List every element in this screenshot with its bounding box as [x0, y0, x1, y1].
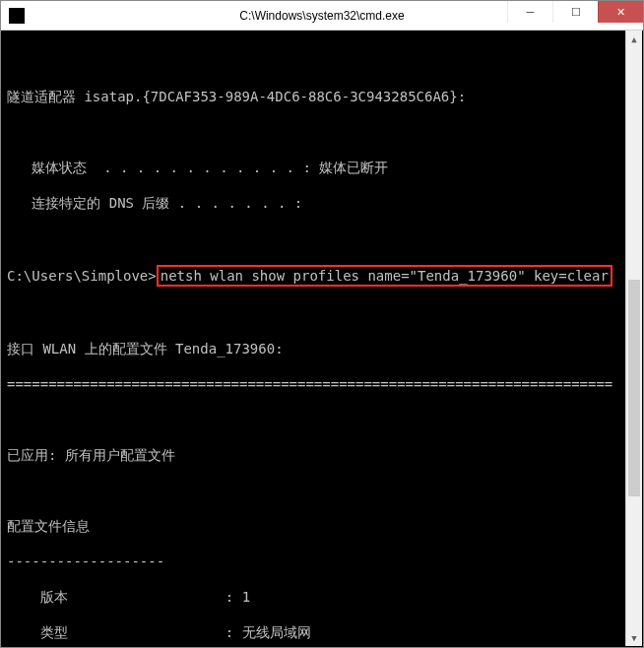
scroll-track[interactable] — [626, 47, 642, 629]
output-line — [7, 411, 637, 428]
output-line — [7, 52, 637, 70]
scroll-up-button[interactable]: ▲ — [626, 31, 642, 47]
output-line: 连接特定的 DNS 后缀 . . . . . . . : — [7, 194, 637, 212]
maximize-button[interactable]: ☐ — [552, 1, 598, 23]
output-line: 已应用: 所有用户配置文件 — [7, 446, 637, 464]
command-line: C:\Users\Simplove>netsh wlan show profil… — [7, 265, 637, 287]
output-line: ========================================… — [7, 375, 637, 393]
close-button[interactable]: ✕ — [598, 1, 643, 23]
output-line: 版本 : 1 — [7, 588, 637, 606]
minimize-button[interactable]: ─ — [507, 1, 552, 23]
output-line: 隧道适配器 isatap.{7DCAF353-989A-4DC6-88C6-3C… — [7, 88, 637, 105]
prompt-path: C:\Users\Simplove> — [7, 268, 157, 284]
vertical-scrollbar[interactable]: ▲ ▼ — [625, 31, 642, 646]
command-text: netsh wlan show profiles name="Tenda_173… — [161, 268, 609, 284]
scroll-thumb[interactable] — [628, 280, 640, 496]
terminal-output: 隧道适配器 isatap.{7DCAF353-989A-4DC6-88C6-3C… — [1, 31, 643, 648]
window-controls: ─ ☐ ✕ — [507, 1, 643, 30]
output-line — [7, 482, 637, 499]
output-line — [7, 229, 637, 247]
output-line: ------------------- — [7, 552, 637, 570]
scroll-down-button[interactable]: ▼ — [626, 629, 642, 646]
cmd-icon — [9, 8, 25, 24]
output-line — [7, 123, 637, 141]
output-line: 类型 : 无线局域网 — [7, 623, 637, 641]
window-titlebar: C:\Windows\system32\cmd.exe ─ ☐ ✕ — [1, 1, 643, 31]
output-line — [7, 304, 637, 322]
section-header: 配置文件信息 — [7, 517, 637, 535]
output-line: 接口 WLAN 上的配置文件 Tenda_173960: — [7, 340, 637, 357]
command-highlight: netsh wlan show profiles name="Tenda_173… — [157, 265, 612, 287]
output-line: 媒体状态 . . . . . . . . . . . . : 媒体已断开 — [7, 159, 637, 176]
